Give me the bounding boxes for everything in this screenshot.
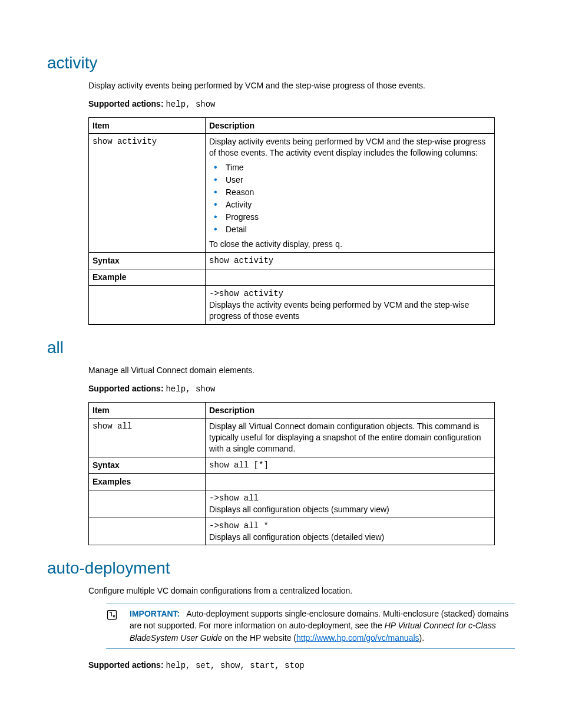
intro-auto: Configure multiple VC domain configurati…: [88, 585, 515, 597]
important-text: IMPORTANT: Auto-deployment supports sing…: [130, 608, 515, 644]
supported-actions-label: Supported actions: [88, 660, 161, 670]
table-all: Item Description show all Display all Vi…: [88, 402, 495, 546]
example-cmd: ->show activity: [209, 288, 491, 299]
close-text: To close the activity display, press q.: [209, 239, 342, 249]
list-item: Time: [209, 162, 491, 173]
important-icon: [106, 609, 118, 621]
cell-syntax-val: show all [*]: [206, 457, 495, 474]
cell-example: ->show all * Displays all configuration …: [206, 518, 495, 545]
cell-example: ->show activity Displays the activity ev…: [206, 286, 495, 325]
supported-actions-label: Supported actions: [88, 384, 161, 393]
supported-actions-auto: Supported actions: help, set, show, star…: [88, 660, 515, 671]
supported-actions-value: help, show: [166, 100, 215, 109]
intro-activity: Display activity events being performed …: [88, 80, 515, 91]
important-link[interactable]: http://www.hp.com/go/vc/manuals: [296, 633, 419, 643]
heading-activity: activity: [47, 52, 515, 74]
supported-actions-activity: Supported actions: help, show: [88, 98, 515, 110]
cell-example: ->show all Displays all configuration ob…: [206, 490, 495, 518]
example-cmd: ->show all *: [209, 521, 491, 532]
list-item: Activity: [209, 199, 491, 210]
th-desc: Description: [206, 402, 495, 419]
svg-rect-0: [108, 611, 117, 620]
th-item: Item: [89, 402, 206, 419]
cell-empty: [89, 518, 206, 545]
cell-empty: [206, 473, 495, 490]
important-callout: IMPORTANT: Auto-deployment supports sing…: [106, 604, 515, 649]
cell-desc: Display activity events being performed …: [206, 134, 495, 253]
th-item: Item: [89, 117, 206, 134]
table-activity: Item Description show activity Display a…: [88, 117, 495, 325]
cell-syntax-label: Syntax: [89, 253, 206, 269]
list-item: User: [209, 174, 491, 186]
supported-actions-all: Supported actions: help, show: [88, 383, 515, 395]
important-label: IMPORTANT:: [130, 609, 180, 618]
heading-all: all: [47, 337, 515, 359]
cell-syntax-label: Syntax: [89, 457, 206, 474]
supported-actions-value: help, set, show, start, stop: [166, 661, 304, 670]
cell-example-label: Example: [89, 269, 206, 286]
list-item: Progress: [209, 212, 491, 223]
list-item: Reason: [209, 187, 491, 198]
example-desc: Displays all configuration objects (deta…: [209, 532, 491, 543]
cell-examples-label: Examples: [89, 473, 206, 490]
cell-item: show all: [89, 419, 206, 457]
intro-all: Manage all Virtual Connect domain elemen…: [88, 365, 515, 376]
cell-item: show activity: [89, 134, 206, 253]
cell-empty: [89, 286, 206, 325]
cell-desc: Display all Virtual Connect domain confi…: [206, 419, 495, 457]
column-list: Time User Reason Activity Progress Detai…: [209, 162, 491, 235]
cell-empty: [89, 490, 206, 518]
example-desc: Displays all configuration objects (summ…: [209, 504, 491, 515]
supported-actions-label: Supported actions: [88, 99, 161, 108]
supported-actions-value: help, show: [166, 384, 215, 394]
cell-empty: [206, 269, 495, 286]
example-cmd: ->show all: [209, 493, 491, 504]
desc-intro: Display activity events being performed …: [209, 137, 485, 157]
heading-auto-deployment: auto-deployment: [47, 557, 515, 579]
example-desc: Displays the activity events being perfo…: [209, 299, 491, 322]
cell-syntax-val: show activity: [206, 253, 495, 269]
list-item: Detail: [209, 224, 491, 235]
th-desc: Description: [206, 117, 495, 134]
